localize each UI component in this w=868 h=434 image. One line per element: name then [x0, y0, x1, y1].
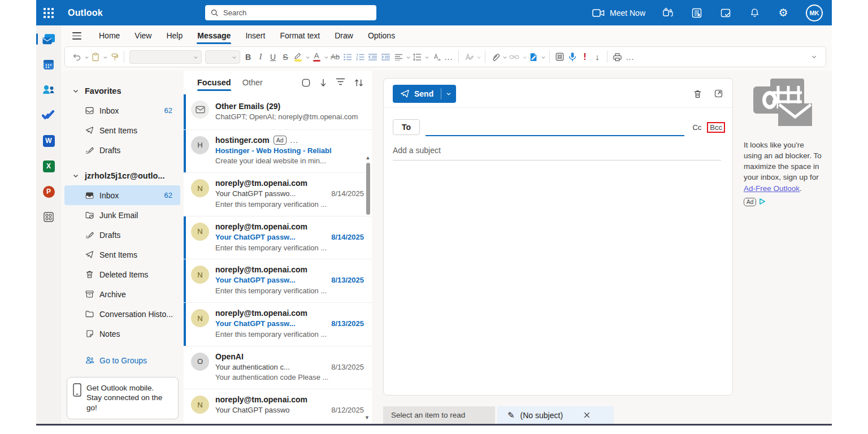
dictate-button[interactable]: [566, 49, 579, 64]
mail-item[interactable]: N noreply@tm.openai.com Your ChatGPT pas…: [184, 259, 372, 302]
align-menu-chevron[interactable]: [406, 52, 411, 62]
scrollbar-thumb[interactable]: [366, 163, 370, 215]
font-name-select[interactable]: [129, 50, 202, 64]
importance-low-button[interactable]: ↓: [591, 49, 604, 64]
folder-archive[interactable]: Archive: [64, 284, 180, 304]
scroll-down-arrow[interactable]: ▼: [364, 415, 370, 420]
mail-item[interactable]: N noreply@tm.openai.com Your ChatGPT pas…: [184, 172, 372, 216]
folder-junk-email[interactable]: Junk Email: [64, 205, 180, 225]
tab-insert[interactable]: Insert: [238, 25, 272, 46]
font-color-menu-chevron[interactable]: [324, 52, 329, 62]
rail-mail-icon[interactable]: [40, 31, 57, 47]
underline-button[interactable]: U: [267, 49, 279, 64]
subject-input-field[interactable]: Add a subject: [393, 146, 721, 160]
outlook-mobile-promo[interactable]: Get Outlook mobile. Stay connected on th…: [67, 377, 179, 419]
styles-button[interactable]: [462, 49, 475, 64]
mail-item-other-emails[interactable]: Other Emails (29) ChatGPT; OpenAI; norep…: [184, 94, 372, 129]
paste-button[interactable]: [89, 49, 102, 64]
adchoices-icon[interactable]: [759, 198, 766, 207]
scroll-up-arrow[interactable]: ▲: [366, 155, 371, 160]
tab-options[interactable]: Options: [361, 25, 402, 46]
folder-deleted-items[interactable]: Deleted Items: [64, 264, 180, 284]
font-size-select[interactable]: [205, 50, 240, 64]
tab-format-text[interactable]: Format text: [272, 25, 327, 46]
todo-icon[interactable]: [719, 7, 732, 19]
paragraph-more-button[interactable]: ...: [442, 49, 455, 64]
send-split-button[interactable]: Send: [393, 85, 456, 103]
account-header[interactable]: jzrholz5j1cr@outlo...: [64, 166, 180, 185]
folder-drafts[interactable]: Drafts: [64, 225, 180, 245]
meet-now-button[interactable]: Meet Now: [592, 8, 645, 18]
favorites-drafts[interactable]: Drafts: [64, 140, 180, 160]
to-button[interactable]: To: [393, 119, 420, 135]
notifications-bell-icon[interactable]: [748, 7, 761, 19]
apps-button[interactable]: [553, 49, 566, 64]
tab-home[interactable]: Home: [92, 25, 127, 46]
discard-trash-icon[interactable]: [693, 89, 702, 99]
toolbar-overflow-button[interactable]: ...: [624, 49, 636, 64]
bcc-button-highlighted[interactable]: Bcc: [707, 122, 725, 133]
mail-item[interactable]: H hostinger.com Ad ... Hostinger - Web H…: [184, 129, 372, 173]
folder-conversation-history[interactable]: Conversation Histo...: [64, 304, 180, 324]
go-to-groups-link[interactable]: Go to Groups: [64, 350, 180, 370]
bold-button[interactable]: B: [242, 49, 254, 64]
rail-powerpoint-icon[interactable]: P: [40, 184, 57, 199]
mail-item[interactable]: N noreply@tm.openai.com Your ChatGPT pas…: [184, 389, 372, 422]
rail-word-icon[interactable]: W: [40, 133, 57, 149]
attach-menu-chevron[interactable]: [502, 52, 507, 62]
attach-file-button[interactable]: [489, 49, 501, 64]
send-options-chevron[interactable]: [441, 85, 456, 103]
folder-notes[interactable]: Notes: [64, 324, 180, 344]
insert-link-button[interactable]: [507, 49, 521, 64]
favorites-header[interactable]: Favorites: [64, 81, 180, 101]
clear-formatting-button[interactable]: Ab: [329, 49, 341, 64]
filter-icon[interactable]: [336, 78, 345, 88]
tab-focused[interactable]: Focused: [197, 71, 231, 94]
reading-pane-placeholder-tab[interactable]: Select an item to read: [383, 406, 495, 424]
mail-item[interactable]: O OpenAI Your authentication c...8/13/20…: [184, 346, 372, 389]
to-input-field[interactable]: [426, 119, 684, 136]
print-button[interactable]: [611, 49, 624, 64]
close-draft-icon[interactable]: [583, 411, 591, 419]
select-mode-icon[interactable]: [301, 78, 311, 88]
line-spacing-button[interactable]: [411, 49, 423, 64]
favorites-sent-items[interactable]: Sent Items: [64, 120, 180, 140]
signature-button[interactable]: [527, 49, 540, 64]
sort-icon[interactable]: [354, 78, 364, 88]
rail-calendar-icon[interactable]: [40, 57, 57, 72]
search-input[interactable]: Search: [205, 5, 376, 20]
ad-free-outlook-link[interactable]: Ad-Free Outlook: [744, 184, 800, 193]
numbered-list-button[interactable]: [354, 49, 366, 64]
tab-draw[interactable]: Draw: [327, 25, 361, 46]
highlight-button[interactable]: [292, 49, 304, 64]
highlight-menu-chevron[interactable]: [305, 52, 310, 62]
tab-other[interactable]: Other: [242, 71, 263, 94]
paste-menu-chevron[interactable]: [103, 52, 108, 62]
rail-todo-icon[interactable]: [40, 107, 57, 123]
rail-more-apps-icon[interactable]: [40, 209, 57, 225]
decrease-indent-button[interactable]: [366, 49, 379, 64]
tab-view[interactable]: View: [127, 25, 159, 46]
folder-sent-items[interactable]: Sent Items: [64, 245, 180, 264]
format-painter-button[interactable]: [108, 49, 120, 64]
importance-high-button[interactable]: !: [579, 49, 591, 64]
settings-gear-icon[interactable]: ⚙: [777, 7, 789, 19]
rail-excel-icon[interactable]: X: [40, 158, 57, 174]
tab-message[interactable]: Message: [190, 25, 238, 46]
popout-icon[interactable]: [714, 89, 723, 99]
increase-indent-button[interactable]: [379, 49, 392, 64]
app-launcher-button[interactable]: [36, 0, 61, 25]
signature-menu-chevron[interactable]: [541, 52, 546, 62]
folder-inbox[interactable]: Inbox 62: [64, 185, 180, 205]
link-menu-chevron[interactable]: [522, 52, 527, 62]
favorites-inbox[interactable]: Inbox 62: [64, 101, 180, 120]
font-color-button[interactable]: A: [310, 49, 323, 64]
cc-button[interactable]: Cc: [692, 123, 701, 132]
undo-button[interactable]: [71, 49, 83, 64]
text-direction-button[interactable]: [429, 49, 442, 64]
teams-icon[interactable]: [662, 7, 674, 19]
account-avatar[interactable]: MK: [806, 5, 823, 21]
bullet-list-button[interactable]: [341, 49, 354, 64]
item-overflow-menu[interactable]: ...: [290, 135, 299, 146]
list-scrollbar[interactable]: ▲: [365, 155, 371, 215]
